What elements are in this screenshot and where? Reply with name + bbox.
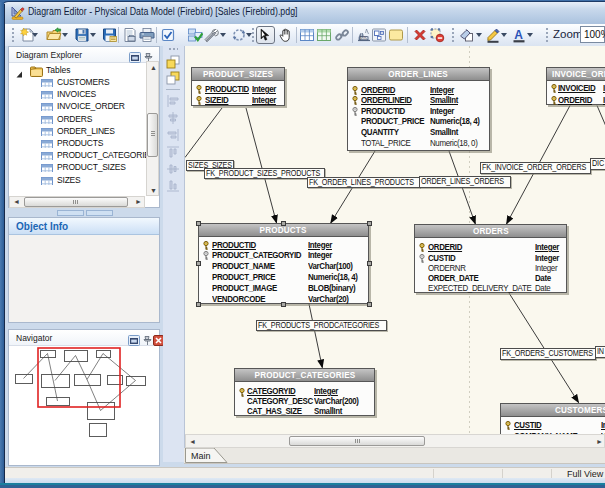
svg-text:DOC: DOC — [361, 36, 369, 40]
svg-text:A: A — [514, 28, 523, 42]
